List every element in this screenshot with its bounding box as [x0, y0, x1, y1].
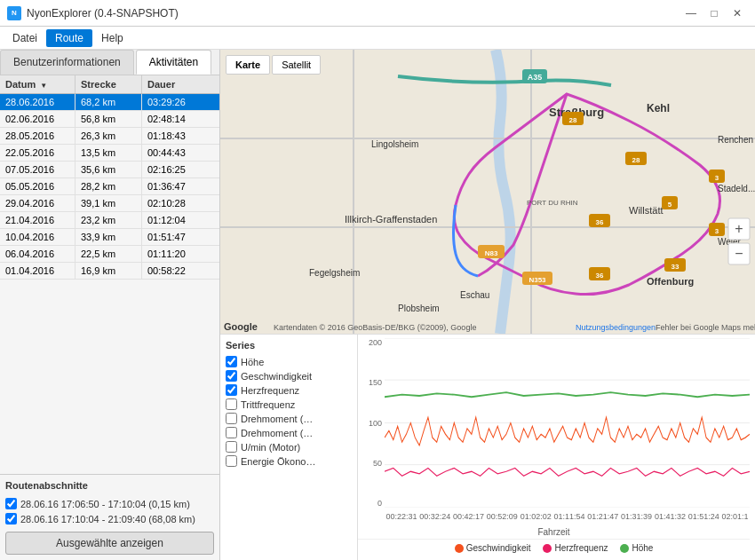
maximize-button[interactable]: □ — [703, 5, 725, 21]
cell-duration: 01:11:20 — [142, 246, 209, 262]
svg-text:5: 5 — [668, 201, 672, 209]
series-item: Drehmoment (… — [226, 413, 352, 424]
app-title: NyonExplorer (0.4-SNAPSHOT) — [27, 7, 179, 20]
chart-right: 200 150 100 50 0 — [358, 335, 755, 560]
table-row[interactable]: 07.05.2016 35,6 km 02:16:25 — [0, 162, 219, 178]
cell-date: 21.04.2016 — [0, 212, 76, 228]
series-label: Höhe — [241, 357, 264, 367]
map-satellit-button[interactable]: Satellit — [272, 55, 321, 75]
series-label: Drehmoment (… — [241, 414, 313, 424]
title-bar: N NyonExplorer (0.4-SNAPSHOT) — □ ✕ — [0, 0, 755, 27]
legend-item: Geschwindigkeit — [455, 543, 531, 553]
map-karte-button[interactable]: Karte — [226, 55, 270, 75]
route-section-checkbox[interactable] — [5, 498, 17, 509]
table-row[interactable]: 21.04.2016 23,2 km 01:12:04 — [0, 212, 219, 229]
svg-text:Kartendaten © 2016 GeoBasis-DE: Kartendaten © 2016 GeoBasis-DE/BKG (©200… — [274, 323, 476, 332]
menu-bar: Datei Route Help — [0, 27, 755, 50]
table-row[interactable]: 28.05.2016 26,3 km 01:18:43 — [0, 128, 219, 145]
table-row[interactable]: 02.06.2016 56,8 km 02:48:14 — [0, 111, 219, 128]
menu-datei[interactable]: Datei — [4, 29, 46, 47]
header-strecke[interactable]: Strecke — [76, 75, 142, 93]
series-item: Herzfrequenz — [226, 384, 352, 396]
tab-benutzerinformationen[interactable]: Benutzerinformationen — [0, 50, 134, 75]
table-row[interactable]: 05.05.2016 28,2 km 01:36:47 — [0, 178, 219, 195]
svg-text:33: 33 — [672, 263, 680, 271]
right-panel: Karte Satellit — [220, 50, 755, 560]
route-section-list: 28.06.16 17:06:50 - 17:10:04 (0,15 km) 2… — [0, 496, 219, 526]
header-dauer[interactable]: Dauer — [142, 75, 209, 93]
route-section-label: 28.06.16 17:10:04 - 21:09:40 (68,08 km) — [20, 514, 195, 525]
series-checkbox[interactable] — [226, 441, 237, 453]
svg-text:Kehl: Kehl — [647, 102, 670, 114]
table-row[interactable]: 10.04.2016 33,9 km 01:51:47 — [0, 229, 219, 246]
legend-dot — [455, 544, 464, 553]
x-axis-label: 02:01:1 — [722, 512, 749, 521]
header-datum[interactable]: Datum ▼ — [0, 75, 76, 93]
series-checkbox[interactable] — [226, 384, 237, 396]
chart-inner — [385, 338, 750, 508]
map-svg: A35 Straßburg Kehl Willstätt Offenburg R… — [220, 50, 755, 334]
x-axis-label: 00:42:17 — [453, 512, 484, 521]
svg-text:N83: N83 — [485, 249, 498, 257]
series-list: Höhe Geschwindigkeit Herzfrequenz Trittf… — [226, 356, 352, 467]
svg-text:Renchen: Renchen — [718, 135, 753, 145]
route-section-item: 28.06.16 17:06:50 - 17:10:04 (0,15 km) — [0, 496, 219, 511]
tab-aktivitaeten[interactable]: Aktivitäten — [136, 50, 211, 75]
menu-help[interactable]: Help — [92, 29, 132, 47]
legend-item: Herzfrequenz — [543, 543, 608, 553]
route-sections: Routenabschnitte — [0, 474, 219, 496]
cell-date: 10.04.2016 — [0, 229, 76, 245]
series-label: Drehmoment (… — [241, 428, 313, 438]
cell-duration: 01:12:04 — [142, 212, 209, 228]
cell-duration: 02:10:28 — [142, 195, 209, 211]
legend-item: Höhe — [620, 543, 653, 553]
menu-route[interactable]: Route — [46, 29, 92, 47]
series-checkbox[interactable] — [226, 413, 237, 424]
table-row[interactable]: 01.04.2016 16,9 km 00:58:22 — [0, 263, 219, 280]
cell-distance: 26,3 km — [76, 128, 142, 144]
series-checkbox[interactable] — [226, 370, 237, 382]
table-row[interactable]: 28.06.2016 68,2 km 03:29:26 — [0, 94, 219, 111]
cell-date: 06.04.2016 — [0, 246, 76, 262]
x-axis-title: Fahrzeit — [358, 527, 750, 537]
series-item: Drehmoment (… — [226, 427, 352, 438]
activity-table: 28.06.2016 68,2 km 03:29:26 02.06.2016 5… — [0, 94, 219, 474]
svg-text:28: 28 — [569, 116, 577, 124]
chart-legend: Geschwindigkeit Herzfrequenz Höhe — [358, 539, 750, 556]
cell-duration: 01:51:47 — [142, 229, 209, 245]
cell-distance: 22,5 km — [76, 246, 142, 262]
svg-text:Illkirch-Graffenstaden: Illkirch-Graffenstaden — [345, 214, 437, 225]
svg-text:3: 3 — [715, 174, 719, 182]
legend-label: Höhe — [632, 543, 653, 553]
svg-text:Google: Google — [224, 321, 258, 332]
map-controls: Karte Satellit — [226, 55, 321, 75]
chart-series-panel: Series Höhe Geschwindigkeit Herzfrequenz… — [220, 335, 358, 560]
svg-text:PORT DU RHIN: PORT DU RHIN — [527, 199, 578, 207]
minimize-button[interactable]: — — [680, 5, 702, 21]
app-icon: N — [7, 6, 21, 20]
series-checkbox[interactable] — [226, 455, 237, 467]
x-axis-label: 00:32:24 — [419, 512, 450, 521]
x-axis-label: 01:02:02 — [521, 512, 552, 521]
table-row[interactable]: 29.04.2016 39,1 km 02:10:28 — [0, 195, 219, 212]
x-axis-label: 00:52:09 — [487, 512, 518, 521]
cell-duration: 02:16:25 — [142, 162, 209, 177]
table-header: Datum ▼ Strecke Dauer — [0, 75, 219, 94]
svg-text:Nutzungsbedingungen: Nutzungsbedingungen — [576, 323, 656, 332]
cell-distance: 23,2 km — [76, 212, 142, 228]
series-checkbox[interactable] — [226, 427, 237, 438]
route-section-checkbox[interactable] — [5, 513, 17, 525]
svg-text:Lingolsheim: Lingolsheim — [371, 139, 418, 149]
series-checkbox[interactable] — [226, 398, 237, 410]
show-selected-button[interactable]: Ausgewählte anzeigen — [5, 532, 214, 555]
table-row[interactable]: 06.04.2016 22,5 km 01:11:20 — [0, 246, 219, 263]
x-axis-label: 01:51:24 — [688, 512, 719, 521]
svg-text:Fehler bei Google Maps melden: Fehler bei Google Maps melden — [656, 323, 755, 332]
cell-distance: 16,9 km — [76, 263, 142, 279]
series-checkbox[interactable] — [226, 356, 237, 367]
cell-distance: 39,1 km — [76, 195, 142, 211]
table-row[interactable]: 22.05.2016 13,5 km 00:44:43 — [0, 145, 219, 162]
svg-text:28: 28 — [632, 156, 640, 164]
chart-container: 200 150 100 50 0 — [358, 338, 750, 525]
close-button[interactable]: ✕ — [727, 5, 748, 21]
